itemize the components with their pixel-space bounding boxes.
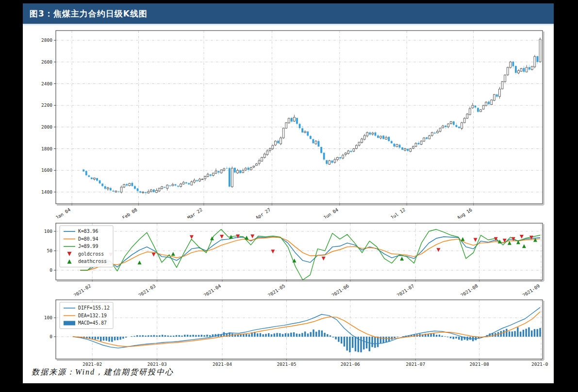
svg-text:2021-04: 2021-04 bbox=[213, 361, 232, 367]
svg-text:2021-05: 2021-05 bbox=[277, 361, 296, 367]
svg-text:J=89.99: J=89.99 bbox=[78, 244, 98, 249]
svg-text:2021-02: 2021-02 bbox=[73, 283, 92, 296]
svg-text:2800: 2800 bbox=[41, 37, 52, 43]
svg-text:D=80.94: D=80.94 bbox=[78, 236, 98, 242]
svg-text:2021-08: 2021-08 bbox=[470, 361, 489, 367]
svg-text:100: 100 bbox=[44, 229, 52, 234]
svg-text:0: 0 bbox=[50, 267, 52, 273]
svg-text:2021-06: 2021-06 bbox=[341, 361, 360, 367]
svg-text:2021-02: 2021-02 bbox=[83, 361, 102, 367]
svg-text:2400: 2400 bbox=[41, 81, 52, 86]
svg-text:0: 0 bbox=[50, 334, 52, 339]
svg-text:1400: 1400 bbox=[41, 189, 52, 195]
svg-text:Apr 27: Apr 27 bbox=[255, 207, 272, 218]
figure-header-bar: 图3：焦煤主力合约日级K线图 bbox=[23, 3, 554, 25]
svg-text:50: 50 bbox=[47, 248, 53, 253]
svg-text:1800: 1800 bbox=[41, 146, 52, 151]
svg-text:DIFF=155.12: DIFF=155.12 bbox=[78, 305, 110, 310]
svg-text:Jun 04: Jun 04 bbox=[322, 207, 339, 218]
svg-text:deathcross: deathcross bbox=[78, 259, 107, 264]
kdj-indicator-panel: 0501002021-022021-032021-042021-052021-0… bbox=[27, 218, 548, 296]
svg-text:1600: 1600 bbox=[41, 167, 52, 173]
svg-text:goldcross: goldcross bbox=[78, 251, 104, 257]
candlestick-chart-panel: 14001600180020002200240026002800Jan 04Fe… bbox=[27, 27, 548, 218]
svg-text:2021-06: 2021-06 bbox=[330, 283, 350, 296]
svg-text:2021-07: 2021-07 bbox=[396, 283, 415, 296]
svg-text:2021-09: 2021-09 bbox=[531, 361, 548, 367]
svg-text:Mar 22: Mar 22 bbox=[186, 207, 203, 218]
svg-text:Aug 16: Aug 16 bbox=[456, 207, 473, 218]
svg-text:100: 100 bbox=[44, 315, 52, 320]
svg-text:2021-04: 2021-04 bbox=[203, 283, 222, 296]
svg-text:2600: 2600 bbox=[41, 59, 52, 65]
svg-text:2021-08: 2021-08 bbox=[460, 283, 479, 296]
figure-content-area: 图3：焦煤主力合约日级K线图 1400160018002000220024002… bbox=[23, 3, 554, 383]
data-source-note: 数据来源：Wind，建信期货研投中心 bbox=[32, 367, 174, 377]
figure-title: 图3：焦煤主力合约日级K线图 bbox=[23, 3, 554, 24]
svg-text:Jan 04: Jan 04 bbox=[54, 207, 71, 218]
svg-text:Feb 08: Feb 08 bbox=[121, 207, 138, 218]
macd-indicator-panel: 01002021-022021-032021-042021-052021-062… bbox=[27, 296, 548, 367]
report-figure-page: { "header": { "title": "图3：焦煤主力合约日级K线图" … bbox=[0, 0, 578, 392]
svg-text:2021-03: 2021-03 bbox=[148, 361, 167, 367]
svg-text:2021-03: 2021-03 bbox=[137, 283, 157, 296]
svg-text:2000: 2000 bbox=[41, 124, 52, 130]
svg-text:2021-07: 2021-07 bbox=[406, 361, 425, 367]
svg-text:MACD=45.87: MACD=45.87 bbox=[78, 320, 107, 326]
svg-text:2021-05: 2021-05 bbox=[267, 283, 286, 296]
svg-text:K=83.96: K=83.96 bbox=[78, 229, 98, 234]
svg-text:2200: 2200 bbox=[41, 102, 52, 108]
svg-text:2021-09: 2021-09 bbox=[522, 283, 541, 296]
svg-text:DEA=132.19: DEA=132.19 bbox=[78, 313, 107, 318]
svg-text:Jul 12: Jul 12 bbox=[389, 207, 406, 218]
